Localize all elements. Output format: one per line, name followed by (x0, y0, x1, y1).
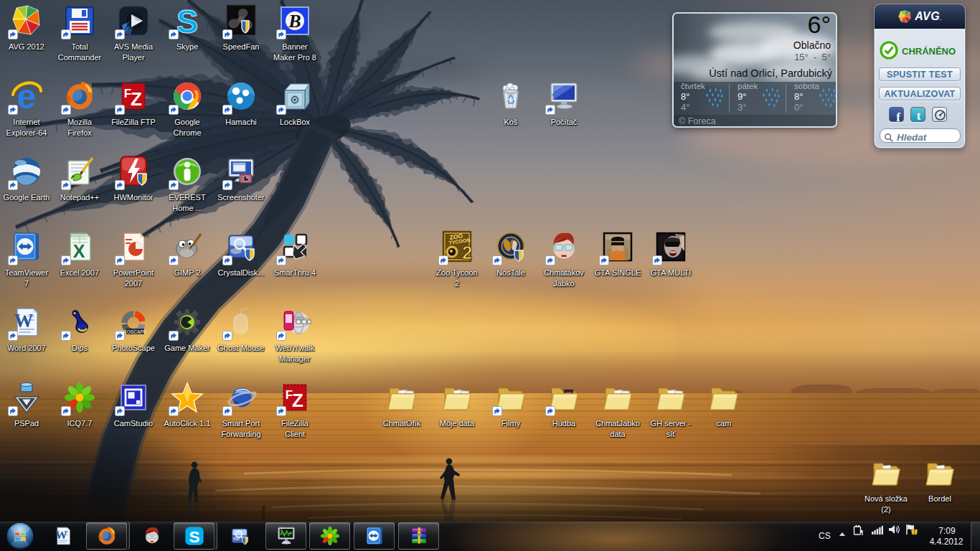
svg-text:W: W (55, 528, 67, 542)
svg-text:B: B (288, 11, 301, 32)
svg-text:Z: Z (292, 390, 303, 411)
svg-text:2: 2 (462, 242, 472, 263)
svg-text:!: ! (913, 529, 915, 534)
svg-text:t: t (917, 109, 921, 123)
svg-text:Z: Z (131, 88, 142, 110)
svg-text:S: S (176, 4, 199, 38)
svg-text:X: X (73, 241, 85, 261)
svg-text:S: S (189, 528, 199, 546)
svg-text:TOSCAPE: TOSCAPE (124, 329, 147, 334)
svg-text:f: f (896, 110, 900, 123)
svg-text:W: W (14, 310, 34, 331)
